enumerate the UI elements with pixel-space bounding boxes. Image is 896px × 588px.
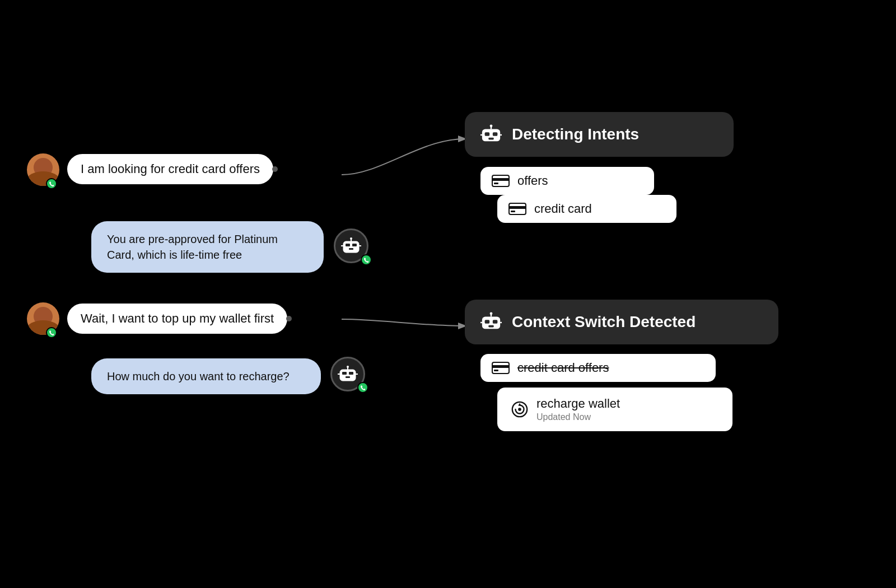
- bot-message-2-text: How much do you want to recharge?: [107, 370, 290, 382]
- intent-sub-recharge: Updated Now: [536, 412, 620, 422]
- bot-icon-detecting: [480, 124, 502, 145]
- intent-label-offers: offers: [517, 174, 548, 188]
- recharge-icon: [511, 400, 529, 418]
- svg-rect-32: [493, 320, 498, 324]
- svg-point-35: [490, 312, 493, 315]
- svg-rect-3: [349, 248, 353, 250]
- svg-rect-9: [342, 372, 347, 375]
- bot-message-1-text: You are pre-approved for PlatinumCard, w…: [107, 233, 278, 261]
- svg-rect-10: [349, 372, 353, 375]
- context-switch-title: Context Switch Detected: [512, 313, 696, 331]
- scene: I am looking for credit card offers You …: [0, 0, 896, 588]
- context-switch-panel: Context Switch Detected: [465, 300, 778, 344]
- svg-rect-28: [509, 206, 526, 209]
- svg-rect-8: [340, 370, 356, 381]
- intent-badge-recharge: recharge wallet Updated Now: [497, 388, 732, 431]
- svg-point-43: [518, 408, 521, 411]
- svg-rect-26: [494, 183, 498, 184]
- card-icon-offers: [492, 175, 510, 187]
- intent-label-context-card: credit card offers: [517, 361, 609, 375]
- svg-rect-2: [352, 244, 357, 246]
- svg-rect-40: [494, 370, 498, 371]
- bot-message-2: How much do you want to recharge?: [91, 358, 321, 394]
- svg-rect-33: [488, 325, 494, 328]
- svg-point-21: [490, 124, 493, 127]
- detecting-intents-title: Detecting Intents: [512, 125, 639, 143]
- bot-message-1: You are pre-approved for PlatinumCard, w…: [91, 221, 324, 273]
- svg-rect-31: [485, 320, 490, 324]
- intent-badge-credit-card: credit card: [497, 195, 676, 223]
- detecting-intents-panel: Detecting Intents: [465, 112, 734, 157]
- svg-rect-17: [485, 132, 490, 136]
- svg-rect-39: [492, 365, 509, 368]
- svg-point-5: [350, 237, 352, 240]
- user-message-1-text: I am looking for credit card offers: [81, 162, 260, 176]
- intent-label-credit-card: credit card: [534, 202, 592, 216]
- svg-rect-29: [511, 211, 515, 212]
- user-message-2: Wait, I want to top up my wallet first: [67, 304, 287, 334]
- svg-rect-19: [488, 138, 494, 140]
- svg-rect-0: [343, 241, 359, 253]
- card-icon-context: [492, 362, 510, 374]
- svg-point-13: [347, 366, 349, 368]
- svg-rect-11: [346, 376, 350, 378]
- user-message-1: I am looking for credit card offers: [67, 154, 273, 184]
- phone-dot-bot-2: [357, 382, 368, 393]
- intent-badge-offers: offers: [480, 167, 654, 195]
- phone-dot-1: [46, 178, 57, 189]
- svg-marker-42: [518, 403, 521, 406]
- intent-badge-context-card: credit card offers: [480, 354, 716, 382]
- svg-rect-18: [493, 132, 498, 136]
- svg-rect-25: [492, 178, 509, 181]
- connector-lines: [0, 0, 896, 588]
- user-message-2-text: Wait, I want to top up my wallet first: [81, 311, 274, 325]
- bot-icon-context: [480, 311, 502, 333]
- card-icon-credit-card: [508, 203, 526, 215]
- phone-dot-bot-1: [361, 254, 372, 265]
- svg-rect-1: [346, 244, 350, 246]
- intent-label-recharge: recharge wallet: [536, 396, 620, 410]
- phone-dot-2: [46, 327, 57, 338]
